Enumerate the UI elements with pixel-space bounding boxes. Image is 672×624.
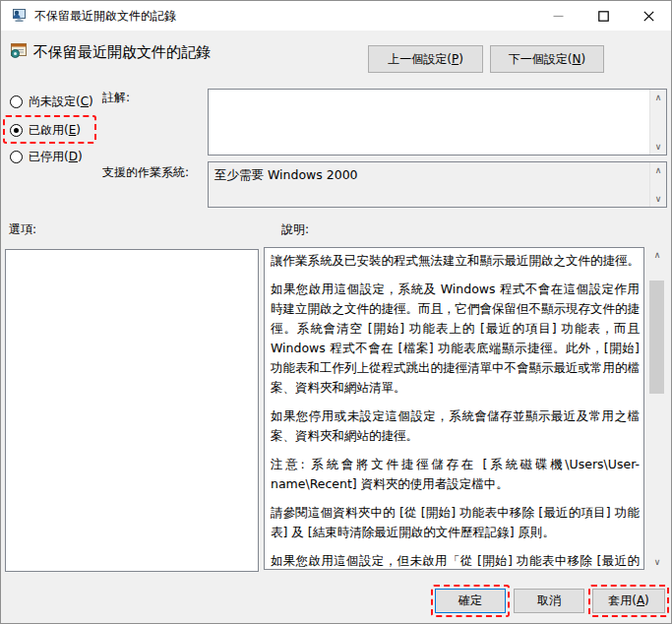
setting-title: 不保留最近開啟文件的記錄: [33, 43, 211, 62]
next-setting-button[interactable]: 下一個設定(N): [490, 45, 604, 73]
close-icon: [643, 11, 654, 22]
scroll-track[interactable]: [648, 263, 666, 554]
scroll-down-icon[interactable]: ∨: [650, 191, 666, 207]
access-key: D: [69, 150, 78, 163]
help-scrollbar[interactable]: ∧ ∨: [648, 247, 666, 570]
radio-disabled[interactable]: 已停用(D): [10, 149, 83, 164]
ok-label: 確定: [458, 593, 482, 609]
scroll-track[interactable]: [650, 105, 666, 139]
previous-setting-button[interactable]: 上一個設定(P): [368, 45, 483, 73]
group-policy-app-icon: [11, 8, 27, 24]
help-paragraph: 注意: 系統會將文件捷徑儲存在 [系統磁碟機\Users\User-name\R…: [271, 455, 640, 494]
help-label: 說明:: [281, 221, 309, 238]
scroll-down-icon[interactable]: ∨: [650, 139, 666, 155]
comment-scrollbar[interactable]: ∧ ∨: [649, 90, 666, 155]
scroll-down-icon[interactable]: ∨: [648, 554, 666, 570]
apply-button[interactable]: 套用(A): [592, 589, 665, 613]
supported-scrollbar[interactable]: ∧ ∨: [649, 162, 666, 207]
minimize-button[interactable]: [535, 1, 580, 31]
group-policy-setting-icon: [9, 40, 29, 60]
radio-label-disabled: 已停用(D): [29, 149, 83, 165]
access-key: A: [637, 593, 644, 607]
help-text-panel[interactable]: 讓作業系統及已安裝的程式無法建立和顯示最近開啟之文件的捷徑。 如果您啟用這個設定…: [264, 247, 644, 570]
comment-label: 註解:: [102, 90, 130, 106]
help-paragraph: 如果您啟用這個設定，系統及 Windows 程式不會在這個設定作用時建立開啟之文…: [271, 280, 640, 398]
radio-label-not-configured: 尚未設定(C): [29, 94, 93, 110]
window-title: 不保留最近開啟文件的記錄: [34, 8, 176, 25]
minimize-icon: [553, 11, 564, 22]
maximize-button[interactable]: [580, 1, 626, 31]
supported-on-label: 支援的作業系統:: [102, 164, 189, 181]
radio-circle-disabled[interactable]: [10, 151, 23, 163]
scroll-up-icon[interactable]: ∧: [650, 90, 666, 105]
supported-on-box: 至少需要 Windows 2000 ∧ ∨: [208, 161, 667, 208]
supported-on-value: 至少需要 Windows 2000: [214, 167, 358, 184]
cancel-button[interactable]: 取消: [514, 589, 584, 613]
titlebar: 不保留最近開啟文件的記錄: [1, 1, 671, 31]
radio-not-configured[interactable]: 尚未設定(C): [10, 94, 93, 109]
scroll-up-icon[interactable]: ∧: [648, 247, 666, 263]
cancel-label: 取消: [537, 593, 561, 609]
apply-label: 套用(A): [608, 593, 649, 609]
scroll-track[interactable]: [650, 178, 666, 191]
radio-label-enabled: 已啟用(E): [29, 122, 81, 139]
access-key: C: [81, 94, 89, 108]
help-paragraph: 請參閱這個資料夾中的 [從 [開始] 功能表中移除 [最近的項目] 功能表] 及…: [271, 503, 640, 542]
radio-circle-enabled[interactable]: [10, 124, 23, 137]
previous-setting-label: 上一個設定(P): [388, 51, 463, 68]
radio-circle-not-configured[interactable]: [10, 95, 23, 108]
help-paragraph: 如果您啟用這個設定，但未啟用「從 [開始] 功能表中移除 [最近的項目] 功能表…: [271, 551, 640, 570]
ok-button[interactable]: 確定: [435, 589, 506, 613]
help-paragraph: 如果您停用或未設定這個設定，系統會儲存並顯示最近及常用之檔案、資料夾和網站的捷徑…: [271, 406, 640, 446]
maximize-icon: [598, 11, 609, 22]
policy-setting-dialog: 不保留最近開啟文件的記錄 不保留最近開啟文件的記錄 上一個設定(P) 下一個設定…: [0, 0, 672, 624]
options-label: 選項:: [9, 221, 36, 238]
scroll-thumb[interactable]: [649, 281, 664, 394]
next-setting-label: 下一個設定(N): [509, 51, 585, 68]
close-button[interactable]: [626, 1, 671, 31]
options-panel: [5, 249, 259, 572]
caption-buttons: [535, 1, 671, 31]
scroll-up-icon[interactable]: ∧: [650, 162, 666, 178]
help-paragraph: 讓作業系統及已安裝的程式無法建立和顯示最近開啟之文件的捷徑。: [271, 251, 640, 271]
radio-enabled[interactable]: 已啟用(E): [10, 122, 81, 138]
comment-textarea[interactable]: ∧ ∨: [208, 89, 667, 156]
